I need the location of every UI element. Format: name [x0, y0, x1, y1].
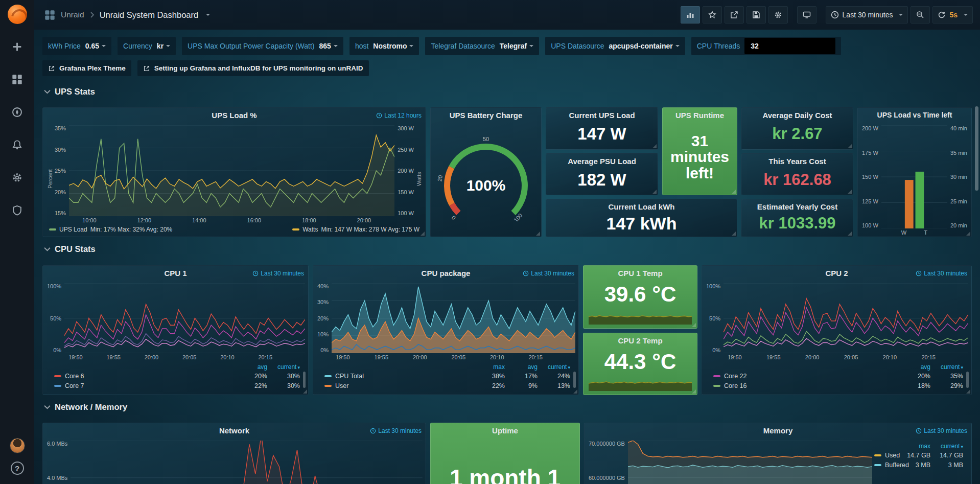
panel-title[interactable]: Memory	[763, 426, 793, 435]
panel-title[interactable]: CPU 2 Temp	[618, 336, 662, 345]
variable-currency[interactable]: Currencykr	[118, 37, 176, 55]
legend-row[interactable]: Core 620%30%	[54, 371, 300, 381]
breadcrumb-app[interactable]: Unraid	[61, 10, 84, 19]
panel-cpu1[interactable]: CPU 1 Last 30 minutes 100%50%0% 19:5019:…	[42, 265, 309, 395]
panel-estimated-yearly-cost[interactable]: Estimated Yearly Cost kr 1033.99	[741, 199, 853, 237]
dashboard-link[interactable]: Setting up Grafana and InfluxDB for UPS …	[137, 60, 369, 76]
panel-cpu1-temp[interactable]: CPU 1 Temp 39.6 °C	[583, 265, 697, 329]
panel-title[interactable]: CPU package	[422, 269, 471, 278]
panel-title[interactable]: Uptime	[492, 426, 518, 435]
panel-ups-load-vs-time-left[interactable]: UPS Load vs Time left 200 W175 W150 W125…	[857, 107, 972, 237]
variable-value[interactable]: 0.65	[85, 42, 106, 50]
legend-sort-current[interactable]: current	[930, 363, 963, 371]
help-icon[interactable]: ?	[11, 462, 24, 475]
legend-row[interactable]: Buffered3 MB3 MB	[874, 460, 963, 470]
dashboard-settings-button[interactable]	[768, 6, 788, 24]
variable-value[interactable]: Nostromo	[373, 42, 413, 50]
legend-row[interactable]: Core 1618%29%	[713, 381, 963, 390]
panel-title[interactable]: UPS Battery Charge	[450, 111, 523, 120]
ups-load-chart[interactable]	[69, 125, 394, 216]
panel-title[interactable]: This Years Cost	[768, 157, 826, 166]
panel-network[interactable]: Network Last 30 minutes 6.0 MBs4.0 MBs2.…	[42, 423, 426, 484]
legend-sort-max[interactable]: max	[898, 443, 930, 450]
variable-value[interactable]: 865	[319, 42, 338, 50]
memory-chart[interactable]	[628, 441, 872, 484]
variable-value[interactable]: kr	[157, 42, 170, 50]
variable-ups-datasource[interactable]: UPS Datasourceapcupsd-container	[545, 37, 685, 55]
legend-sort-avg[interactable]: avg	[898, 363, 930, 371]
explore-compass-icon[interactable]	[7, 102, 28, 122]
panel-memory[interactable]: Memory Last 30 minutes 70.000000 GB60.00…	[584, 423, 972, 484]
legend-scrollbar[interactable]	[303, 372, 306, 388]
page-scrollbar[interactable]	[975, 106, 978, 191]
panel-title[interactable]: CPU 1 Temp	[618, 269, 662, 278]
zoom-out-button[interactable]	[911, 6, 930, 24]
legend-row[interactable]: Used14.7 GB14.7 GB	[874, 450, 963, 460]
legend-scrollbar[interactable]	[966, 372, 969, 388]
legend-sort-current[interactable]: current	[930, 443, 963, 450]
configuration-gear-icon[interactable]	[7, 167, 28, 188]
legend-item[interactable]: WattsMin: 147 W Max: 278 W Avg: 175 W	[292, 226, 419, 233]
variable-host[interactable]: hostNostromo	[349, 37, 419, 55]
panel-ups-load-percent[interactable]: UPS Load % Last 12 hours Percent 35%30%2…	[42, 107, 426, 237]
cpu-package-chart[interactable]	[332, 283, 575, 353]
variable-cpu-threads[interactable]: CPU Threads32	[691, 37, 842, 55]
add-icon[interactable]	[7, 36, 28, 57]
security-shield-icon[interactable]	[7, 200, 28, 220]
panel-title[interactable]: CPU 2	[825, 269, 848, 278]
refresh-picker[interactable]: 5s	[932, 6, 973, 24]
variable-telegraf-datasource[interactable]: Telegraf DatasourceTelegraf	[425, 37, 539, 55]
panel-title[interactable]: UPS Load vs Time left	[877, 111, 952, 119]
apps-grid-icon[interactable]	[43, 9, 56, 21]
dashboard-title[interactable]: Unraid System Dashboard	[100, 10, 199, 20]
time-range-picker[interactable]: Last 30 minutes	[826, 6, 908, 24]
panel-average-psu-load[interactable]: Average PSU Load 182 W	[546, 153, 658, 195]
legend-sort-avg[interactable]: avg	[505, 363, 538, 371]
panel-this-years-cost[interactable]: This Years Cost kr 162.68	[741, 153, 853, 195]
legend-row[interactable]: User22%9%13%	[324, 381, 570, 390]
panel-title[interactable]: Network	[219, 426, 249, 435]
legend-sort-current[interactable]: current	[538, 363, 570, 371]
legend-row[interactable]: Core 2220%35%	[713, 371, 963, 381]
panel-title[interactable]: Average Daily Cost	[762, 111, 832, 120]
panel-title[interactable]: Estimated Yearly Cost	[757, 202, 837, 211]
panel-uptime[interactable]: Uptime 1 month 1	[430, 423, 580, 484]
panel-cpu2-temp[interactable]: CPU 2 Temp 44.3 °C	[583, 333, 697, 395]
add-panel-button[interactable]	[681, 6, 700, 24]
variable-value[interactable]: apcupsd-container	[609, 42, 680, 50]
panel-current-load-kwh[interactable]: Current Load kWh 147 kWh	[546, 199, 737, 237]
panel-ups-battery-charge[interactable]: UPS Battery Charge 02050100100%	[430, 107, 542, 237]
panel-title[interactable]: UPS Runtime	[675, 111, 724, 120]
panel-title[interactable]: Average PSU Load	[568, 157, 636, 166]
dashboard-link[interactable]: Grafana Plex Theme	[42, 60, 131, 76]
bar-chart[interactable]	[881, 125, 947, 228]
panel-cpu2[interactable]: CPU 2 Last 30 minutes 100%50%0% 19:5019:…	[702, 265, 972, 395]
legend-sort-current[interactable]: current	[267, 363, 300, 371]
variable-kwh-price[interactable]: kWh Price0.65	[42, 37, 111, 55]
panel-average-daily-cost[interactable]: Average Daily Cost kr 2.67	[741, 107, 853, 150]
panel-title[interactable]: UPS Load %	[212, 111, 256, 120]
cpu2-chart[interactable]	[724, 283, 968, 353]
panel-cpu-package[interactable]: CPU package Last 30 minutes 40%30%20%10%…	[313, 265, 579, 395]
dashboards-icon[interactable]	[7, 69, 28, 89]
panel-ups-runtime[interactable]: UPS Runtime 31 minutes left!	[662, 107, 737, 195]
section-ups-stats[interactable]: UPS Stats	[44, 87, 95, 97]
alerting-bell-icon[interactable]	[7, 134, 28, 155]
legend-item[interactable]: UPS LoadMin: 17% Max: 32% Avg: 20%	[49, 226, 172, 233]
panel-title[interactable]: Current Load kWh	[609, 202, 675, 211]
variable-ups-max-output-power-capacity-watt-[interactable]: UPS Max Output Power Capacity (Watt)865	[182, 37, 343, 55]
section-cpu-stats[interactable]: CPU Stats	[44, 244, 96, 254]
star-dashboard-button[interactable]	[703, 6, 722, 24]
legend-scrollbar[interactable]	[573, 372, 576, 388]
grafana-logo-icon[interactable]	[8, 5, 27, 24]
legend-sort-max[interactable]: max	[472, 363, 505, 371]
panel-title[interactable]: Current UPS Load	[569, 111, 635, 120]
panel-title[interactable]: CPU 1	[164, 269, 186, 278]
variable-value[interactable]: Telegraf	[500, 42, 533, 50]
legend-row[interactable]: CPU Total38%17%24%	[324, 371, 570, 381]
cpu1-chart[interactable]	[64, 283, 305, 353]
save-dashboard-button[interactable]	[746, 6, 766, 24]
cycle-view-monitor-button[interactable]	[797, 6, 816, 24]
refresh-interval-label[interactable]: 5s	[949, 11, 958, 19]
variable-input[interactable]: 32	[744, 38, 835, 54]
